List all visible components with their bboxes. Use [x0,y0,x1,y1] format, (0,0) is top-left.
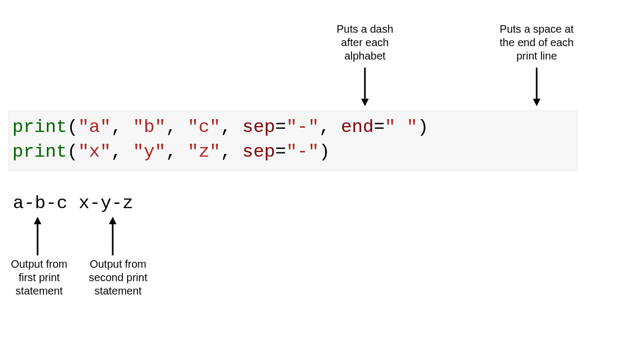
code-block: print("a", "b", "c", sep="-", end=" ") p… [9,111,577,171]
code-punc: , [319,117,341,137]
code-kw: sep [243,142,275,162]
annotation-out1: Output from first print statement [4,258,74,298]
code-punc: ( [67,142,78,162]
code-kw: sep [243,117,275,137]
output-part-2: x-y-z [78,193,133,214]
code-punc: ) [319,142,330,162]
code-fn: print [12,117,67,137]
code-punc: , [111,142,133,162]
code-punc: = [374,117,384,137]
code-punc: , [221,142,243,162]
code-punc: = [275,117,286,137]
code-str: " " [385,117,418,137]
code-fn: print [12,142,67,162]
code-kw: end [341,117,374,137]
code-punc: , [221,117,243,137]
output-line: a-b-c x-y-z [13,193,133,214]
output-space [68,193,78,214]
code-punc: , [166,142,188,162]
code-str: "b" [133,117,165,137]
code-str: "x" [78,142,111,162]
code-str: "-" [286,142,319,162]
annotation-sep: Puts a dash after each alphabet [317,23,413,63]
code-str: "-" [286,117,319,137]
code-str: "a" [78,117,111,137]
code-punc: ( [67,117,78,137]
code-str: "c" [188,117,221,137]
code-punc: = [275,142,286,162]
code-punc: , [166,117,188,137]
output-part-1: a-b-c [13,193,68,214]
code-str: "z" [188,142,221,162]
code-str: "y" [133,142,165,162]
annotation-out2: Output from second print statement [80,258,156,298]
code-punc: , [111,117,133,137]
annotation-end: Puts a space at the end of each print li… [483,23,590,63]
code-punc: ) [418,117,428,137]
